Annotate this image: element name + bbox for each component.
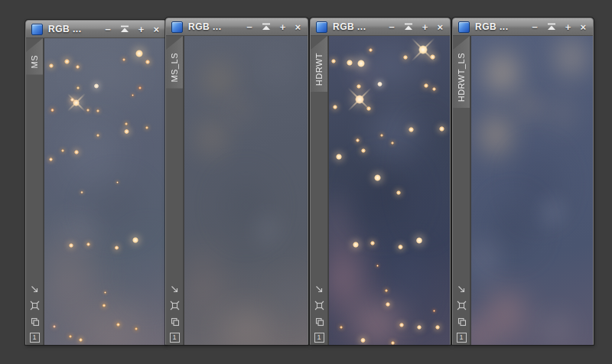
shade-button[interactable] [262,23,271,31]
resize-arrow-icon[interactable] [314,284,324,294]
window-titlebar[interactable]: RGB ... − + × [26,21,166,38]
star [103,304,106,307]
star [336,154,342,160]
view-tab[interactable]: MS [26,38,43,75]
shade-icon [547,23,556,31]
image-view[interactable] [184,36,308,345]
window-title: RGB ... [188,21,222,32]
shade-button[interactable] [547,23,556,31]
close-button[interactable]: × [153,24,159,34]
close-button[interactable]: × [437,22,443,32]
star [435,325,440,330]
nebula-blob [536,187,570,237]
star [340,326,343,329]
zoom-button[interactable]: + [565,22,571,32]
star [396,190,401,195]
star [439,126,444,132]
star [145,126,148,129]
window-body: HDRWT 1 [311,36,450,345]
star [424,83,428,88]
desktop: RGB ... − + × MS 1 [0,0,612,364]
view-tab[interactable]: HDRWT [311,36,327,92]
window-titlebar[interactable]: RGB ... − + × [166,18,308,36]
star [132,237,138,243]
sidebar-tools: 1 [311,284,327,343]
duplicate-view-icon[interactable] [170,317,180,327]
image-window: RGB ... − + × HDRWT 1 [310,18,451,345]
star [399,323,404,327]
close-button[interactable]: × [295,22,301,32]
view-tab[interactable]: HDRWT_LS [453,36,470,108]
titlebar-buttons: − + × [532,22,586,32]
sidebar-tools: 1 [453,284,470,343]
view-tab[interactable]: MS_LS [166,36,183,89]
nebula-blob [249,36,304,106]
window-titlebar[interactable]: RGB ... − + × [453,18,593,36]
star [86,109,90,112]
star [124,129,129,134]
shade-icon [262,23,271,31]
sidebar-tools: 1 [166,284,183,343]
zoom-button[interactable]: + [280,22,286,32]
sidebar-tools: 1 [26,284,43,343]
window-title: RGB ... [333,21,366,32]
star [355,95,364,104]
minimize-button[interactable]: − [532,22,538,32]
nebula-blob [249,203,286,258]
resize-arrow-icon[interactable] [30,284,40,294]
zoom-ratio-indicator[interactable]: 1 [314,333,324,343]
star [366,106,371,111]
star [370,241,375,245]
shade-button[interactable] [120,25,129,33]
duplicate-view-icon[interactable] [30,317,40,327]
window-title: RGB ... [475,21,509,32]
shade-icon [404,23,413,31]
star [135,50,143,57]
star [385,289,388,292]
star [80,191,83,194]
star [49,63,54,68]
zoom-ratio-indicator[interactable]: 1 [457,333,467,343]
shade-button[interactable] [404,23,413,31]
new-preview-icon[interactable] [314,301,324,310]
zoom-ratio-indicator[interactable]: 1 [170,333,180,343]
star [357,60,365,67]
close-button[interactable]: × [580,22,586,32]
image-window-icon [171,21,183,33]
new-preview-icon[interactable] [30,301,40,310]
window-body: MS_LS 1 [166,36,308,345]
image-view[interactable] [470,36,593,345]
resize-arrow-icon[interactable] [457,284,467,294]
window-titlebar[interactable]: RGB ... − + × [311,18,450,36]
star [132,94,134,96]
star [361,148,366,153]
star [115,245,119,250]
minimize-button[interactable]: − [105,24,111,34]
view-tab-label: MS [30,55,39,69]
zoom-button[interactable]: + [422,22,428,32]
minimize-button[interactable]: − [389,22,395,32]
star [122,58,125,61]
minimize-button[interactable]: − [246,22,252,32]
star [79,338,83,342]
zoom-ratio-indicator[interactable]: 1 [30,333,40,343]
view-tab-label: HDRWT [314,53,324,86]
image-view[interactable] [328,36,450,345]
resize-arrow-icon[interactable] [170,284,180,294]
star [116,323,120,327]
new-preview-icon[interactable] [457,301,467,310]
duplicate-view-icon[interactable] [457,317,467,327]
titlebar-buttons: − + × [105,24,159,34]
star [409,127,414,132]
star [377,82,382,87]
titlebar-buttons: − + × [389,22,443,32]
image-window-icon [31,24,43,35]
duplicate-view-icon[interactable] [314,317,324,327]
star [145,60,150,64]
new-preview-icon[interactable] [170,301,180,310]
star [369,48,373,52]
star [116,181,119,184]
zoom-button[interactable]: + [138,24,145,34]
nebula-blob [265,252,308,345]
image-view[interactable] [44,38,166,345]
